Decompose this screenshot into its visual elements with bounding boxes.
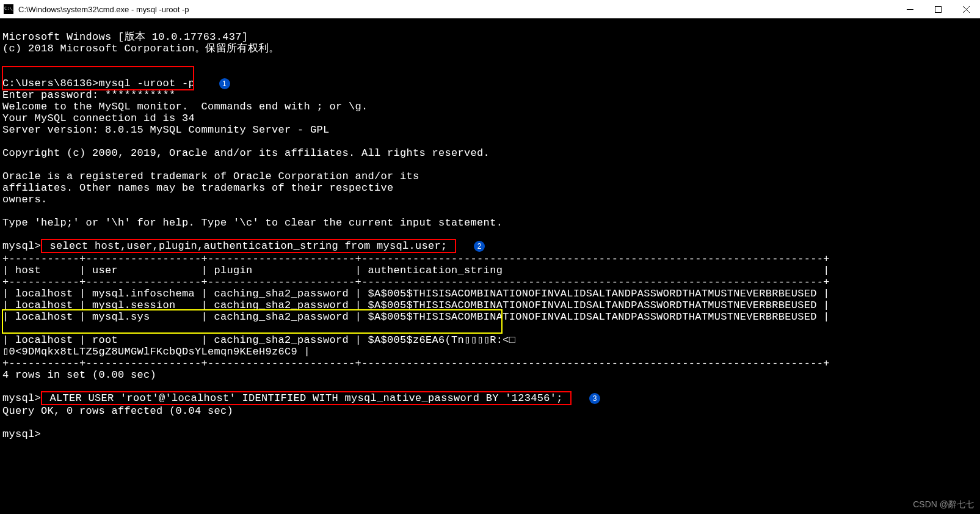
line-password: Enter password: *********** [2,89,176,101]
close-button[interactable] [952,0,980,18]
annotation-number-1: 1 [219,78,230,89]
line-copyright-ms: (c) 2018 Microsoft Corporation。保留所有权利。 [2,43,279,54]
svg-rect-0 [935,6,941,12]
table-row-1: | localhost | mysql.infoschema | caching… [2,288,830,299]
maximize-icon [935,6,942,13]
terminal-output[interactable]: Microsoft Windows [版本 10.0.17763.437] (c… [0,18,980,441]
table-row-3: | localhost | mysql.sys | caching_sha2_p… [2,311,830,323]
maximize-button[interactable] [924,0,952,18]
line-help: Type 'help;' or '\h' for help. Type '\c'… [2,217,503,229]
table-border-top: +-----------+------------------+--------… [2,253,830,265]
line-winver: Microsoft Windows [版本 10.0.17763.437] [2,31,248,43]
annotation-box-3: ALTER USER 'root'@'localhost' IDENTIFIED… [41,391,572,405]
line-welcome2: Your MySQL connection id is 34 [2,112,195,124]
table-border-bottom: +-----------+------------------+--------… [2,358,830,369]
line-login-prompt: C:\Users\86136>mysql -uroot -p [2,78,195,89]
annotation-number-2: 2 [474,241,485,252]
cmd-icon [4,4,13,14]
annotation-number-3: 3 [589,393,600,404]
window-titlebar: C:\Windows\system32\cmd.exe - mysql -uro… [0,0,980,18]
line-trademark2: affiliates. Other names may be trademark… [2,182,394,194]
minimize-icon [907,6,913,13]
table-row-4b: ▯0<9DMqkx8tLTZ5gZ8UMGWlFKcbQDsYLemqn9KEe… [2,346,310,358]
minimize-button[interactable] [896,0,924,18]
line-trademark3: owners. [2,194,48,205]
line-welcome1: Welcome to the MySQL monitor. Commands e… [2,101,368,112]
line-prompt-final: mysql> [2,428,41,440]
line-query1: mysql> select host,user,plugin,authentic… [2,240,456,252]
table-header: | host | user | plugin | authentication_… [2,265,830,276]
table-row-2: | localhost | mysql.session | caching_sh… [2,299,830,311]
line-copyright-oracle: Copyright (c) 2000, 2019, Oracle and/or … [2,147,490,159]
line-queryok: Query OK, 0 rows affected (0.04 sec) [2,405,233,417]
table-row-4a: | localhost | root | caching_sha2_passwo… [2,334,515,346]
window-title: C:\Windows\system32\cmd.exe - mysql -uro… [18,5,896,14]
line-rowcount: 4 rows in set (0.00 sec) [2,369,156,381]
line-trademark1: Oracle is a registered trademark of Orac… [2,171,419,182]
line-query2: mysql> ALTER USER 'root'@'localhost' IDE… [2,392,572,404]
close-icon [963,6,970,13]
line-welcome3: Server version: 8.0.15 MySQL Community S… [2,124,330,136]
table-border-mid: +-----------+------------------+--------… [2,276,830,288]
watermark: CSDN @辭七七 [913,499,974,510]
annotation-box-2: select host,user,plugin,authentication_s… [41,239,456,253]
